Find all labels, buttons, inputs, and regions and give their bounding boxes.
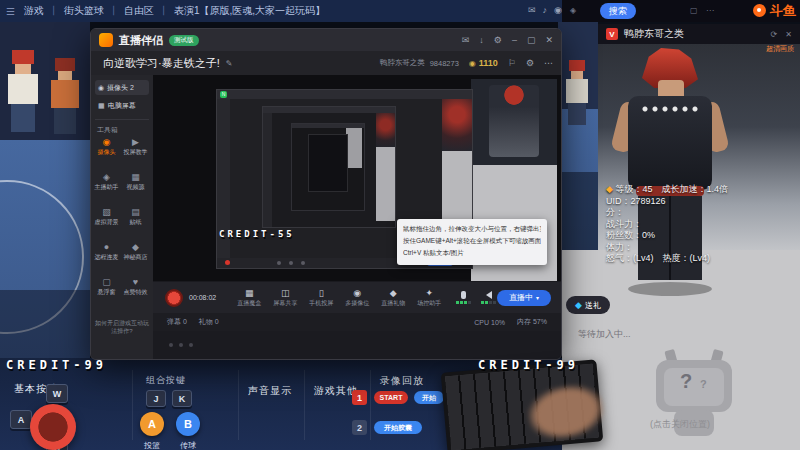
sound-display-header: 声音显示 [248,384,292,398]
breadcrumb-separator: 丨 [159,4,169,18]
tool-floating-window[interactable]: ▢ 悬浮窗 [93,277,120,297]
replay-slot-2[interactable]: 2 [352,420,367,435]
tool-sticker[interactable]: ▤ 贴纸 [122,207,149,227]
tool-label: 点赞特效 [122,288,149,297]
tool-virtual-background[interactable]: ▧ 虚拟背景 [93,207,120,227]
live-status-button[interactable]: 直播中 ▾ [497,290,551,306]
camera-icon: ◉ [93,137,120,147]
speaker-control[interactable] [481,291,496,304]
companion-titlebar[interactable]: 直播伴侣 测试版 ✉ ↓ ⚙ – ▢ ✕ [91,29,561,51]
moderator-button[interactable]: ✦场控助手 [412,288,446,308]
gift-button[interactable]: ◆直播礼物 [376,288,410,308]
multi-camera-button[interactable]: ◉多摄像位 [340,288,374,308]
begin-button[interactable]: 开始 [414,391,444,404]
toolbar-label: 直播魔盒 [237,299,261,308]
chat-icon[interactable]: ✉ [528,5,536,15]
replay-slot-1[interactable]: 1 [352,390,367,405]
game-background-left [0,22,90,358]
nested-capture-level-2 [262,106,396,228]
sidebar-help-text[interactable]: 如何开启游戏互动玩法操作? [95,319,149,335]
sidebar-divider [95,119,149,120]
tool-cast-tutorial[interactable]: ▶ 投屏教学 [122,137,149,157]
tooltip-line: 按住GAME键+Alt+滚轮在全屏模式下可缩放画面 [403,235,541,247]
box-icon[interactable]: ▢ [690,6,698,15]
scene-label: 电脑屏幕 [108,101,136,111]
sound-icon[interactable]: ♪ [543,5,548,15]
menu-icon[interactable]: ☰ [6,6,15,17]
tool-label: 摄像头 [93,148,120,157]
toolbar-label: 直播礼物 [381,299,405,308]
minimize-icon[interactable]: – [512,35,517,45]
nested-capture-level-4 [308,134,348,192]
basketball-court [0,140,90,358]
key-k[interactable]: K [172,390,192,407]
tool-label: 贴纸 [122,218,149,227]
download-icon[interactable]: ↓ [479,35,484,45]
edit-icon[interactable]: ✎ [226,59,233,68]
floating-window-icon: ▢ [93,277,120,287]
chat-icon[interactable]: ✉ [462,35,470,45]
button-b-pass[interactable]: B [176,412,200,436]
play-icon: ▶ [122,137,149,147]
key-w[interactable]: W [46,384,68,403]
phone-cast-button[interactable]: ▯手机投屏 [304,288,338,308]
record-button[interactable] [165,289,183,307]
close-icon[interactable]: ✕ [785,30,792,39]
dot-icon[interactable]: ◈ [570,6,576,15]
pixel-character-sprite [48,58,82,138]
tool-mystery-shop[interactable]: ◆ 神秘商店 [122,242,149,262]
key-a[interactable]: A [10,410,32,429]
bell-icon[interactable]: ⚐ [508,58,516,68]
cpu-usage: CPU 10% [474,319,505,326]
eye-icon: ◉ [469,59,476,68]
hotkey-tooltip: 鼠标拖住边角，拉伸改变大小与位置，右键弹出菜单 按住GAME键+Alt+滚轮在全… [397,219,547,265]
more-icon[interactable]: ⋯ [706,6,714,15]
memory-usage: 内存 57% [517,317,547,327]
stat-fans: 粉丝数：0% [606,230,796,242]
game-credit-text-right: CREDIT-99 [478,358,579,372]
settings-icon[interactable]: ⚙ [526,58,534,68]
settings-icon[interactable]: ⚙ [494,35,502,45]
shoot-label: 投篮 [136,440,168,450]
tool-camera[interactable]: ◉ 摄像头 [93,137,120,157]
toolbar-label: 手机投屏 [309,299,333,308]
magic-box-button[interactable]: ▦直播魔盒 [232,288,266,308]
camera-icon[interactable]: ◉ [554,5,562,15]
tool-assistant[interactable]: ◈ 主播助手 [93,172,120,192]
stream-companion-window: 直播伴侣 测试版 ✉ ↓ ⚙ – ▢ ✕ 向逆歌学习·暴走铁之子! ✎ 鸭脖东哥… [90,28,562,360]
tool-remote-mic[interactable]: ● 远程连麦 [93,242,120,262]
maximize-icon[interactable]: ▢ [527,35,536,45]
court-shadow [0,290,90,358]
stream-info-row: 向逆歌学习·暴走铁之子! ✎ 鸭脖东哥之类 9848273 ◉ 1110 ⚐ ⚙… [91,51,561,76]
microphone-icon [461,291,466,299]
speaker-icon [486,291,492,299]
tool-like-effect[interactable]: ♥ 点赞特效 [122,277,149,297]
microphone-control[interactable] [456,291,471,304]
live-preview-area: N [153,75,561,281]
tool-video-source[interactable]: ▦ 视频源 [122,172,149,192]
viewer-count: 1110 [479,58,498,68]
window-controls: ✉ ↓ ⚙ – ▢ ✕ [452,35,553,45]
room-owner: 鸭脖东哥之类 [380,58,425,68]
close-icon[interactable]: ✕ [545,35,553,45]
streamer-name[interactable]: 鸭脖东哥之类 [624,27,684,41]
stream-title: 向逆歌学习·暴走铁之子! [103,56,220,71]
search-button[interactable]: 搜索 [600,3,636,19]
send-gift-button[interactable]: ◆ 送礼 [566,296,610,314]
refresh-icon[interactable]: ⟳ [771,30,778,39]
captured-douyu-art [471,79,557,165]
panel-divider [238,370,239,440]
key-j[interactable]: J [146,390,166,407]
more-icon[interactable]: ⋯ [544,58,553,68]
button-a-shoot[interactable]: A [140,412,164,436]
pixel-character-sprite [564,60,590,130]
replay-header: 录像回放 [380,374,424,388]
screen-share-button[interactable]: ◫屏幕共享 [268,288,302,308]
game-credit-text-left: CREDIT-99 [6,358,107,372]
virtual-joystick[interactable] [30,404,76,450]
scene-item-screen[interactable]: ▦ 电脑屏幕 [95,98,149,113]
scene-item-camera[interactable]: ◉ 摄像头 2 [95,80,149,95]
begin-capsule-button[interactable]: 开始胶囊 [374,421,422,434]
companion-toolbar: 00:08:02 ▦直播魔盒 ◫屏幕共享 ▯手机投屏 ◉多摄像位 ◆直播礼物 ✦… [153,281,561,313]
start-button[interactable]: START [374,391,408,404]
